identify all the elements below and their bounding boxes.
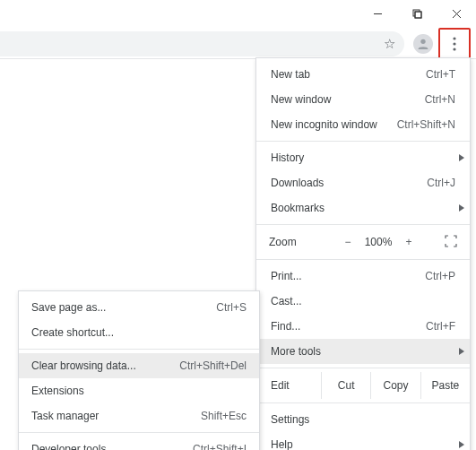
menu-item-downloads[interactable]: Downloads Ctrl+J — [256, 170, 470, 195]
menu-label: Print... — [271, 270, 425, 282]
sub-item-task-manager[interactable]: Task manager Shift+Esc — [19, 403, 259, 428]
window-maximize-button[interactable] — [397, 0, 437, 27]
person-icon — [416, 37, 430, 51]
menu-item-find[interactable]: Find... Ctrl+F — [256, 314, 470, 339]
menu-item-cast[interactable]: Cast... — [256, 289, 470, 314]
menu-shortcut: Ctrl+N — [425, 93, 455, 106]
menu-item-settings[interactable]: Settings — [256, 407, 470, 432]
zoom-value: 100% — [360, 236, 396, 248]
svg-point-5 — [453, 42, 455, 45]
menu-label: Find... — [271, 320, 426, 333]
menu-item-new-tab[interactable]: New tab Ctrl+T — [256, 62, 470, 87]
window-minimize-button[interactable] — [358, 0, 397, 27]
edit-copy-button[interactable]: Copy — [370, 372, 420, 399]
menu-label: History — [271, 151, 455, 164]
maximize-icon — [412, 9, 422, 19]
menu-label: Cast... — [271, 295, 455, 307]
menu-shortcut: Ctrl+F — [426, 320, 455, 333]
menu-item-zoom: Zoom − 100% + — [256, 229, 470, 255]
svg-point-6 — [453, 48, 455, 50]
menu-label: Developer tools — [31, 443, 193, 450]
fullscreen-icon — [445, 235, 457, 247]
sub-item-create-shortcut[interactable]: Create shortcut... — [19, 320, 259, 345]
window-controls — [358, 0, 476, 27]
menu-shortcut: Ctrl+J — [427, 177, 455, 189]
menu-label: Downloads — [271, 177, 427, 189]
menu-item-history[interactable]: History — [256, 145, 470, 170]
menu-label: Clear browsing data... — [31, 359, 179, 372]
menu-item-more-tools[interactable]: More tools — [256, 339, 470, 364]
kebab-menu-icon — [453, 37, 456, 51]
menu-label: Help — [271, 438, 455, 450]
svg-point-3 — [420, 39, 425, 43]
edit-paste-button[interactable]: Paste — [420, 372, 470, 399]
window-close-button[interactable] — [437, 0, 476, 27]
menu-separator — [19, 432, 259, 433]
menu-separator — [256, 224, 470, 225]
zoom-in-button[interactable]: + — [396, 236, 421, 248]
menu-item-incognito[interactable]: New incognito window Ctrl+Shift+N — [256, 112, 470, 137]
svg-point-4 — [453, 37, 455, 39]
sub-item-extensions[interactable]: Extensions — [19, 378, 259, 403]
highlight-marker — [438, 28, 471, 60]
menu-label: New tab — [271, 68, 426, 81]
menu-separator — [19, 349, 259, 350]
minimize-icon — [373, 9, 383, 19]
menu-separator — [256, 368, 470, 368]
menu-item-new-window[interactable]: New window Ctrl+N — [256, 87, 470, 112]
menu-label: Save page as... — [31, 301, 216, 314]
menu-item-help[interactable]: Help — [256, 432, 470, 450]
bookmark-star-icon[interactable]: ☆ — [384, 36, 395, 52]
chrome-main-menu: New tab Ctrl+T New window Ctrl+N New inc… — [255, 57, 471, 450]
menu-label: Create shortcut... — [31, 326, 247, 339]
menu-shortcut: Ctrl+Shift+Del — [179, 359, 247, 372]
menu-label: Task manager — [31, 410, 201, 422]
zoom-label: Zoom — [269, 236, 335, 248]
submenu-arrow-icon — [459, 202, 464, 214]
browser-toolbar: ☆ — [0, 29, 476, 59]
edit-label: Edit — [256, 372, 321, 399]
submenu-arrow-icon — [459, 438, 464, 450]
menu-shortcut: Ctrl+P — [425, 270, 455, 282]
close-icon — [452, 9, 462, 19]
menu-label: New incognito window — [271, 118, 397, 131]
menu-shortcut: Ctrl+S — [216, 301, 247, 314]
edit-cut-button[interactable]: Cut — [321, 372, 370, 399]
submenu-arrow-icon — [459, 151, 464, 164]
menu-label: Extensions — [31, 385, 247, 397]
menu-item-edit: Edit Cut Copy Paste — [256, 372, 470, 399]
menu-item-print[interactable]: Print... Ctrl+P — [256, 264, 470, 289]
profile-avatar-button[interactable] — [413, 34, 433, 54]
menu-label: Settings — [271, 413, 455, 426]
menu-label: More tools — [271, 345, 455, 358]
menu-label: New window — [271, 93, 425, 106]
menu-shortcut: Ctrl+T — [426, 68, 455, 81]
svg-rect-1 — [415, 12, 421, 18]
chrome-menu-button[interactable] — [442, 31, 467, 56]
menu-item-bookmarks[interactable]: Bookmarks — [256, 195, 470, 221]
menu-shortcut: Ctrl+Shift+N — [397, 118, 455, 131]
menu-separator — [256, 141, 470, 142]
sub-item-save-page[interactable]: Save page as... Ctrl+S — [19, 295, 259, 320]
submenu-arrow-icon — [459, 345, 464, 358]
menu-label: Bookmarks — [271, 202, 455, 214]
menu-separator — [256, 259, 470, 260]
menu-separator — [256, 402, 470, 403]
zoom-out-button[interactable]: − — [335, 236, 360, 248]
omnibox[interactable]: ☆ — [0, 31, 404, 56]
sub-item-clear-browsing-data[interactable]: Clear browsing data... Ctrl+Shift+Del — [19, 353, 259, 378]
sub-item-developer-tools[interactable]: Developer tools Ctrl+Shift+I — [19, 437, 259, 450]
menu-shortcut: Shift+Esc — [201, 410, 247, 422]
menu-shortcut: Ctrl+Shift+I — [193, 443, 247, 450]
fullscreen-button[interactable] — [445, 235, 457, 250]
more-tools-submenu: Save page as... Ctrl+S Create shortcut..… — [18, 290, 260, 450]
